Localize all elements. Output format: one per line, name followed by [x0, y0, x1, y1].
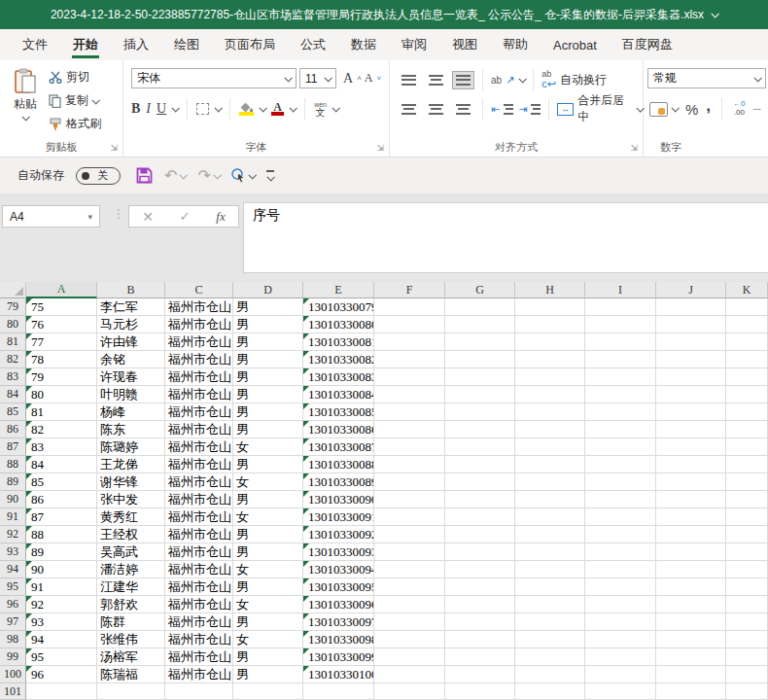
column-header-G[interactable]: G — [445, 282, 515, 298]
cell-K88[interactable] — [726, 456, 768, 473]
cell-K85[interactable] — [726, 403, 768, 421]
cell-I95[interactable] — [585, 578, 656, 596]
row-header-82[interactable]: 82 — [0, 351, 26, 368]
cell-E86[interactable]: 13010330086 — [303, 421, 374, 438]
cell-B97[interactable]: 陈群 — [97, 613, 165, 631]
cell-I82[interactable] — [585, 351, 656, 368]
cell-E96[interactable]: 13010330096 — [303, 596, 374, 613]
column-header-I[interactable]: I — [585, 282, 656, 298]
cell-F85[interactable] — [374, 403, 445, 421]
cell-B92[interactable]: 王经权 — [97, 526, 165, 543]
cell-K90[interactable] — [726, 491, 768, 508]
cell-A85[interactable]: 81 — [26, 403, 97, 421]
cell-H101[interactable] — [515, 683, 585, 700]
cell-J83[interactable] — [656, 368, 726, 386]
formula-input[interactable]: 序号 — [243, 202, 768, 273]
cell-K94[interactable] — [726, 561, 768, 578]
cell-F95[interactable] — [374, 578, 445, 596]
save-icon[interactable] — [136, 167, 153, 184]
cell-C98[interactable]: 福州市仓山 — [165, 631, 233, 648]
column-header-K[interactable]: K — [726, 282, 768, 298]
cell-E90[interactable]: 13010330090 — [303, 491, 374, 508]
cell-F82[interactable] — [374, 351, 445, 368]
cell-F100[interactable] — [374, 666, 445, 683]
cell-F79[interactable] — [374, 298, 445, 316]
cell-C94[interactable]: 福州市仓山 — [165, 561, 233, 578]
cell-G84[interactable] — [445, 386, 515, 403]
row-header-95[interactable]: 95 — [0, 578, 26, 596]
decrease-decimal-button[interactable]: — — [753, 105, 761, 114]
cell-C96[interactable]: 福州市仓山 — [165, 596, 233, 613]
top-align-button[interactable] — [398, 71, 420, 89]
cell-I81[interactable] — [585, 333, 656, 351]
cell-G88[interactable] — [445, 456, 515, 473]
cell-D98[interactable]: 女 — [233, 631, 303, 648]
cell-J97[interactable] — [656, 613, 726, 631]
cell-J81[interactable] — [656, 333, 726, 351]
cell-D96[interactable]: 女 — [233, 596, 303, 613]
cell-I90[interactable] — [585, 491, 656, 508]
cell-G97[interactable] — [445, 613, 515, 631]
column-header-B[interactable]: B — [97, 282, 165, 298]
cell-I91[interactable] — [585, 508, 656, 526]
cell-E79[interactable]: 13010330079 — [303, 298, 374, 316]
cell-A82[interactable]: 78 — [26, 351, 97, 368]
cell-G92[interactable] — [445, 526, 515, 543]
row-header-97[interactable]: 97 — [0, 613, 26, 631]
cell-G99[interactable] — [445, 648, 515, 666]
cell-K100[interactable] — [726, 666, 768, 683]
cell-E98[interactable]: 13010330098 — [303, 631, 374, 648]
cell-D80[interactable]: 男 — [233, 316, 303, 333]
cell-F93[interactable] — [374, 543, 445, 561]
cell-I96[interactable] — [585, 596, 656, 613]
cell-J87[interactable] — [656, 438, 726, 456]
cell-H81[interactable] — [515, 333, 585, 351]
cell-J80[interactable] — [656, 316, 726, 333]
cell-G79[interactable] — [445, 298, 515, 316]
cell-A91[interactable]: 87 — [26, 508, 97, 526]
font-dialog-launcher-icon[interactable]: ⇲ — [376, 144, 384, 153]
cell-I83[interactable] — [585, 368, 656, 386]
phonetic-chevron-icon[interactable] — [332, 104, 339, 112]
cell-I93[interactable] — [585, 543, 656, 561]
menu-tab-3[interactable]: 绘图 — [161, 29, 212, 60]
clipboard-dialog-launcher-icon[interactable]: ⇲ — [110, 144, 118, 153]
cell-E88[interactable]: 13010330088 — [303, 456, 374, 473]
shrink-font-button[interactable]: A˅ — [365, 71, 381, 86]
cell-A99[interactable]: 95 — [26, 648, 97, 666]
cell-H93[interactable] — [515, 543, 585, 561]
cell-I88[interactable] — [585, 456, 656, 473]
cell-K81[interactable] — [726, 333, 768, 351]
column-header-A[interactable]: A — [26, 282, 97, 298]
cell-H100[interactable] — [515, 666, 585, 683]
cell-A92[interactable]: 88 — [26, 526, 97, 543]
menu-tab-5[interactable]: 公式 — [288, 29, 338, 60]
cell-D94[interactable]: 女 — [233, 561, 303, 578]
alignment-dialog-launcher-icon[interactable]: ⇲ — [630, 144, 638, 153]
cell-C80[interactable]: 福州市仓山 — [165, 316, 233, 333]
cell-F96[interactable] — [374, 596, 445, 613]
cell-F87[interactable] — [374, 438, 445, 456]
cell-D87[interactable]: 女 — [233, 438, 303, 456]
row-header-79[interactable]: 79 — [0, 298, 26, 316]
cell-G96[interactable] — [445, 596, 515, 613]
cell-E92[interactable]: 13010330092 — [303, 526, 374, 543]
cell-A83[interactable]: 79 — [26, 368, 97, 386]
cell-I89[interactable] — [585, 473, 656, 491]
paste-button[interactable]: 粘贴 — [7, 68, 44, 121]
cell-E81[interactable]: 13010330081 — [303, 333, 374, 351]
row-header-81[interactable]: 81 — [0, 333, 26, 351]
cell-G101[interactable] — [445, 683, 515, 700]
cell-K91[interactable] — [726, 508, 768, 526]
cell-B94[interactable]: 潘洁婷 — [97, 561, 165, 578]
cell-E99[interactable]: 13010330099 — [303, 648, 374, 666]
cell-C99[interactable]: 福州市仓山 — [165, 648, 233, 666]
cell-B93[interactable]: 吴高武 — [97, 543, 165, 561]
cell-G83[interactable] — [445, 368, 515, 386]
cell-E91[interactable]: 13010330091 — [303, 508, 374, 526]
cell-D79[interactable]: 男 — [233, 298, 303, 316]
cell-D90[interactable]: 男 — [233, 491, 303, 508]
menu-tab-6[interactable]: 数据 — [338, 29, 389, 60]
cell-C79[interactable]: 福州市仓山 — [165, 298, 233, 316]
row-header-92[interactable]: 92 — [0, 526, 26, 543]
